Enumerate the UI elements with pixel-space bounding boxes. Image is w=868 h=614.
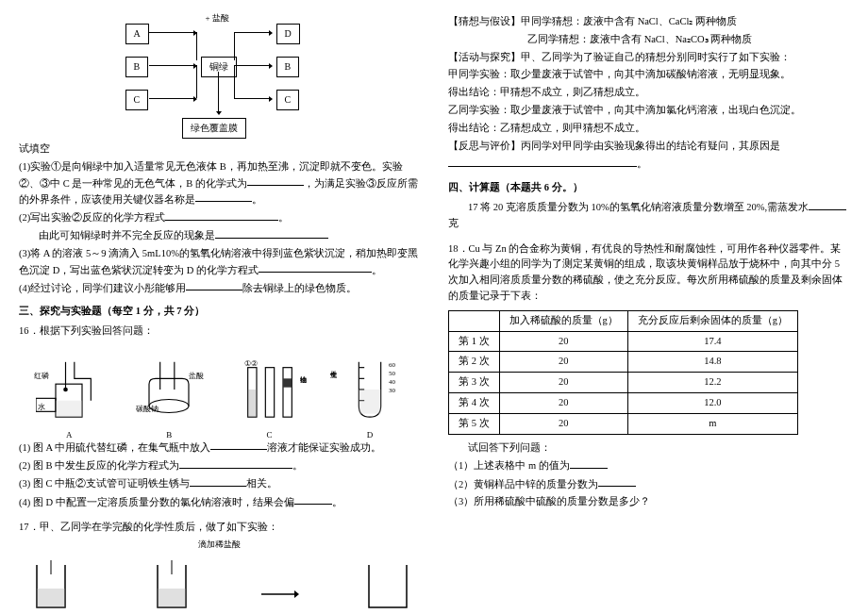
beaker-row: 甲 乙 废液缸	[19, 560, 420, 614]
text: 17 将 20 克溶质质量分数为 10%的氢氧化钠溶液质量分数增至 20%,需蒸…	[448, 199, 849, 231]
text: 由此可知铜绿时并不完全反应的现象是	[19, 227, 420, 243]
text: (4) 图 D 中配置一定溶质质量分数的氯化钠溶液时，结果会偏。	[19, 494, 420, 510]
svg-rect-11	[247, 390, 256, 417]
svg-marker-23	[294, 590, 299, 598]
text: 试回答下列问题：	[448, 440, 849, 456]
fig-d: 60504030 干燥空气 D	[337, 357, 403, 432]
text: （3）所用稀硫酸中硫酸的质量分数是多少？	[448, 494, 849, 510]
svg-rect-4	[56, 400, 82, 417]
svg-rect-9	[265, 367, 274, 417]
table-row: 加入稀硫酸的质量（g） 充分反应后剩余固体的质量（g）	[449, 310, 798, 331]
text: 乙同学实验：取少量废液于试管中，向其中滴加氯化钙溶液，出现白色沉淀。	[448, 103, 849, 119]
text: (2)写出实验②反应的化学方程式。	[19, 209, 420, 225]
text: 【猜想与假设】甲同学猜想：废液中含有 NaCl、CaCl₂ 两种物质	[448, 14, 849, 30]
text: 乙同学猜想：废液中含有 NaCl、Na₂CO₃ 两种物质	[448, 32, 849, 48]
text: 得出结论：甲猜想不成立，则乙猜想成立。	[448, 85, 849, 101]
text: （1）上述表格中 m 的值为	[448, 457, 849, 473]
fig-c: ①② 植物油 C	[237, 357, 303, 432]
text: （2）黄铜样品中锌的质量分数为	[448, 476, 849, 492]
data-table: 加入稀硫酸的质量（g） 充分反应后剩余固体的质量（g） 第 1 次2017.4 …	[448, 310, 798, 435]
beaker-2: 乙	[140, 560, 204, 614]
table-row: 第 5 次20m	[449, 413, 798, 434]
svg-point-3	[63, 387, 68, 391]
table-row: 第 4 次2012.0	[449, 392, 798, 413]
text: (3) 图 C 中瓶②支试管可证明铁生锈与相关。	[19, 475, 420, 491]
table-header: 加入稀硫酸的质量（g）	[499, 310, 627, 331]
text: 【活动与探究】甲、乙同学为了验证自己的猜想分别同时实行了如下实验：	[448, 50, 849, 66]
section-4-title: 四、计算题（本题共 6 分。）	[448, 180, 849, 196]
box-b2: B	[276, 57, 300, 77]
q16: 16．根据下列实验回答问题：	[19, 324, 420, 340]
beaker-3: 废液缸	[356, 560, 420, 614]
text: 试填空	[19, 141, 420, 158]
fig-b: 盐酸 碳酸钠 B	[136, 357, 202, 432]
flow-diagram: A B C 铜绿 D B C 绿色覆盖膜 + 盐酸	[107, 19, 333, 132]
q17: 17．甲、乙同学在学完酸的化学性质后，做了如下实验：	[19, 520, 420, 536]
text: 得出结论：乙猜想成立，则甲猜想不成立。	[448, 121, 849, 137]
text: (1)实验①是向铜绿中加入适量常见无色液体 B，再加热至沸，沉淀即就不变色。实验…	[19, 159, 420, 207]
fig-a: 红磷 水 A	[36, 357, 102, 432]
box-a: A	[125, 24, 149, 44]
box-d: D	[276, 24, 300, 44]
svg-rect-10	[283, 367, 292, 417]
beaker-1: 甲	[19, 560, 83, 614]
q18: 18．Cu 与 Zn 的合金称为黄铜，有优良的导热性和耐腐蚀性，可用作各种仪器零…	[448, 241, 849, 305]
top-label: + 盐酸	[206, 11, 229, 25]
text: 甲同学实验：取少量废液于试管中，向其中滴加碳酸钠溶液，无明显现象。	[448, 67, 849, 83]
text: (3)将 A 的溶液 5～9 滴滴入 5mL10%的氢氧化钠溶液中得到蓝色紫状沉…	[19, 246, 420, 278]
text: 滴加稀盐酸	[19, 538, 420, 551]
table-row: 第 2 次2014.8	[449, 352, 798, 373]
svg-rect-12	[283, 378, 292, 387]
arrow-icon	[261, 589, 299, 605]
svg-rect-20	[158, 589, 186, 607]
table-row: 第 3 次2012.2	[449, 373, 798, 393]
svg-rect-17	[359, 390, 380, 414]
text: 。	[448, 156, 849, 172]
table-row: 第 1 次2017.4	[449, 331, 798, 352]
box-b: B	[125, 57, 149, 77]
box-c: C	[125, 90, 149, 110]
svg-rect-18	[37, 589, 65, 607]
box-bottom: 绿色覆盖膜	[182, 118, 246, 139]
table-header: 充分反应后剩余固体的质量（g）	[627, 310, 797, 331]
section-3-title: 三、探究与实验题（每空 1 分，共 7 分）	[19, 304, 420, 320]
figure-row: 红磷 水 A 盐酸 碳酸钠 B ①② 植物油 C 60504030 干燥空气 D	[19, 347, 420, 432]
text: 【反思与评价】丙同学对甲同学由实验现象得出的结论有疑问，其原因是	[448, 139, 849, 155]
text: (2) 图 B 中发生反应的化学方程式为。	[19, 457, 420, 473]
box-mid: 铜绿	[201, 57, 237, 77]
text: (4)经过讨论，同学们建议小彤能够用除去铜绿上的绿色物质。	[19, 280, 420, 296]
box-c2: C	[276, 90, 300, 110]
